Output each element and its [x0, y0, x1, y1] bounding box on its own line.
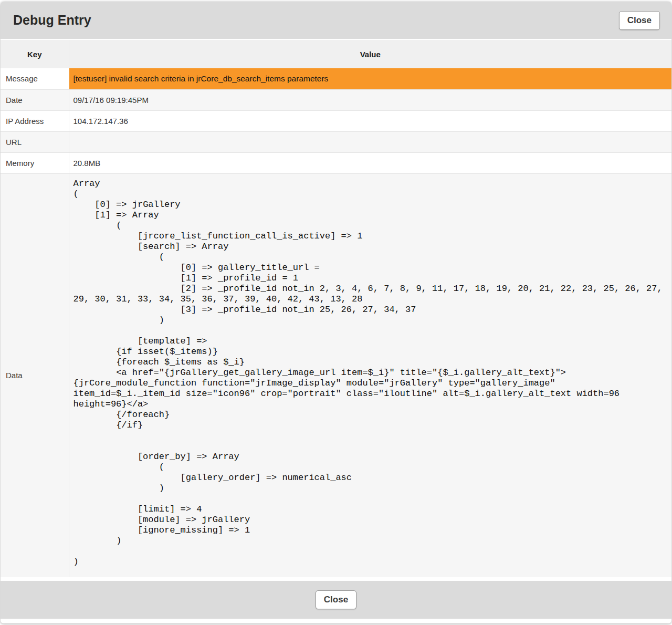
data-array-dump: Array ( [0] => jrGallery [1] => Array ( … [74, 174, 671, 577]
row-value-url [69, 131, 671, 152]
table-header-row: Key Value [1, 40, 671, 68]
table-row-message: Message [testuser] invalid search criter… [1, 68, 671, 89]
row-value-date: 09/17/16 09:19:45PM [69, 89, 671, 110]
table-row-url: URL [1, 131, 671, 152]
table-row-ip-address: IP Address 104.172.147.36 [1, 110, 671, 131]
key-column-header: Key [1, 40, 69, 68]
table-row-data: Data Array ( [0] => jrGallery [1] => Arr… [1, 173, 671, 577]
row-key-ip-address: IP Address [1, 110, 69, 131]
close-button-top[interactable]: Close [619, 11, 660, 30]
row-key-date: Date [1, 89, 69, 110]
table-row-memory: Memory 20.8MB [1, 152, 671, 173]
debug-entry-table: Key Value Message [testuser] invalid sea… [1, 40, 671, 577]
modal-title: Debug Entry [13, 13, 619, 28]
modal-footer: Close [1, 581, 671, 619]
page-background: Debug Entry Close Key Value Message [tes… [0, 0, 672, 623]
debug-entry-modal: Debug Entry Close Key Value Message [tes… [1, 2, 671, 623]
row-value-ip-address: 104.172.147.36 [69, 110, 671, 131]
row-value-message: [testuser] invalid search criteria in jr… [69, 68, 671, 89]
value-column-header: Value [69, 40, 671, 68]
close-button-bottom[interactable]: Close [316, 590, 356, 609]
row-key-memory: Memory [1, 152, 69, 173]
row-value-memory: 20.8MB [69, 152, 671, 173]
row-key-message: Message [1, 68, 69, 89]
row-key-url: URL [1, 131, 69, 152]
row-key-data: Data [1, 173, 69, 577]
table-row-date: Date 09/17/16 09:19:45PM [1, 89, 671, 110]
modal-header: Debug Entry Close [1, 2, 671, 39]
